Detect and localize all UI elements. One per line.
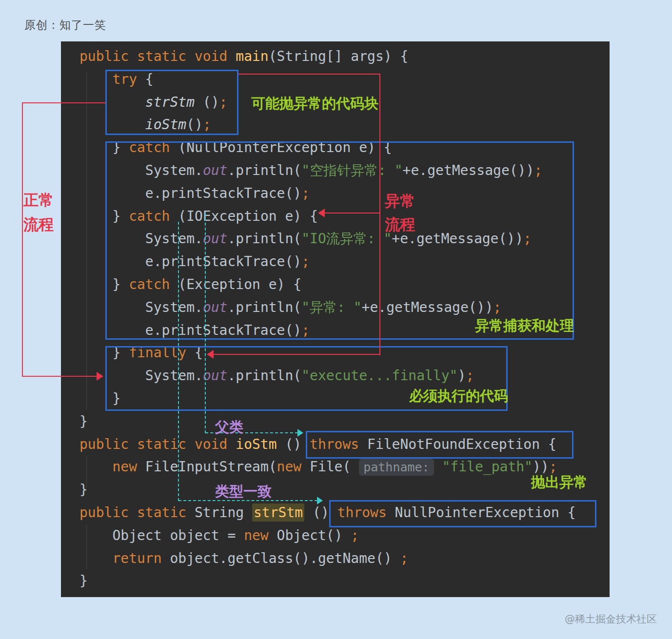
code-line: new FileInputStream(new File( pathname: … <box>79 456 610 479</box>
code-line: Object object = new Object() ; <box>79 524 610 547</box>
normal-flow-label-line1: 正常 <box>23 190 54 211</box>
throw-exception-label: 抛出异常 <box>531 473 588 492</box>
code-line: } <box>79 570 610 593</box>
iostm-throws-box <box>306 431 573 459</box>
exception-flow-label-line1: 异常 <box>385 191 415 212</box>
type-match-arrow-icon <box>317 497 323 504</box>
normal-flow-arrow-icon <box>97 372 103 381</box>
code-token: new <box>244 527 269 543</box>
code-token: String <box>186 504 252 521</box>
exception-flow-arrow-icon <box>207 350 214 359</box>
community-credit: @稀土掘金技术社区 <box>565 612 657 626</box>
try-block-label: 可能抛异常的代码块 <box>251 94 378 114</box>
code-token: Object object = <box>79 527 244 543</box>
normal-flow-line <box>22 376 98 377</box>
code-token: Object() <box>269 527 351 543</box>
code-token: ; <box>351 527 359 543</box>
code-token: new <box>112 459 137 475</box>
type-match-label: 类型一致 <box>215 482 272 502</box>
code-token: } <box>79 573 88 589</box>
catch-blocks-label: 异常捕获和处理 <box>475 316 574 336</box>
exception-flow-line <box>213 354 380 355</box>
exception-flow-label-line2: 流程 <box>385 214 415 235</box>
type-match-dashed-line <box>178 222 179 501</box>
exception-flow-line <box>379 74 380 355</box>
code-line: return object.getClass().getName() ; <box>79 547 610 570</box>
code-token: main <box>236 48 268 64</box>
code-token: new <box>277 459 302 475</box>
code-token: ; <box>400 550 408 566</box>
finally-block-label: 必须执行的代码 <box>409 387 508 406</box>
indent-guide <box>86 524 87 569</box>
exception-flow-line <box>238 74 380 75</box>
code-token <box>434 459 442 475</box>
code-token <box>79 459 112 475</box>
normal-flow-line <box>22 102 106 103</box>
code-line: public static void main(String[] args) { <box>79 45 610 68</box>
code-token: "file_path" <box>442 459 533 475</box>
parent-class-dashed-line <box>205 213 206 433</box>
origin-byline: 原创：知了一笑 <box>24 18 106 33</box>
indent-guide <box>86 456 87 488</box>
code-token: public static <box>79 504 186 521</box>
annotated-code-figure: 原创：知了一笑 public static void main(String[]… <box>0 0 672 639</box>
code-token <box>79 550 112 566</box>
code-token: return <box>112 550 161 566</box>
parent-class-arrow-icon <box>297 429 303 437</box>
exception-flow-line <box>324 213 380 213</box>
normal-flow-line <box>22 102 23 377</box>
code-token: FileInputStream( <box>137 459 277 475</box>
code-token: strStm <box>252 503 304 522</box>
code-token: public static void <box>79 436 236 452</box>
code-line: } <box>79 479 610 502</box>
code-line: } <box>79 410 610 433</box>
code-token: File( <box>301 459 359 475</box>
exception-flow-arrow-icon <box>318 209 325 217</box>
normal-flow-label-line2: 流程 <box>23 214 54 235</box>
code-token: object.getClass().getName() <box>162 550 400 566</box>
code-token: pathname: <box>359 459 434 476</box>
code-token: (String[] args) { <box>269 48 409 64</box>
catch-blocks-box <box>105 141 574 340</box>
code-token: () <box>277 436 310 452</box>
code-token: ioStm <box>236 436 277 452</box>
code-token: public static void <box>79 48 236 64</box>
try-block-box <box>105 70 238 135</box>
indent-guide <box>86 71 87 409</box>
code-token: } <box>79 413 88 429</box>
parent-class-label: 父类 <box>215 418 243 437</box>
strstm-throws-box <box>329 500 596 527</box>
